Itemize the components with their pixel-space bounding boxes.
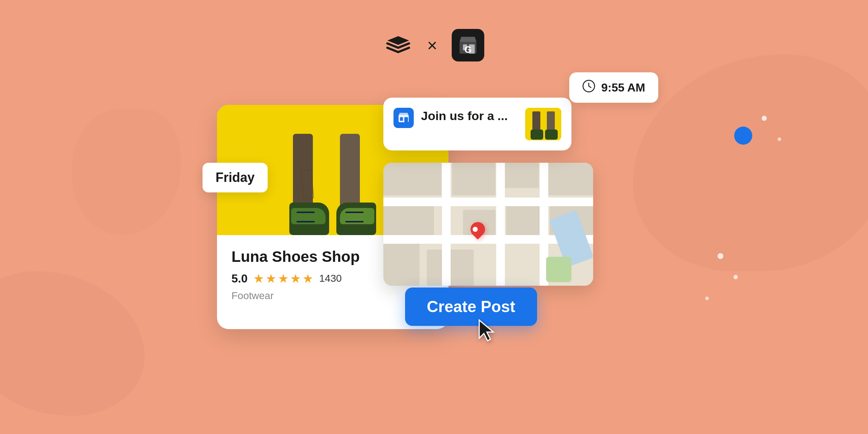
header-icons: × G (384, 29, 484, 61)
white-dot-6 (705, 297, 709, 300)
map-block-5 (383, 206, 434, 235)
white-dot-5 (733, 275, 738, 279)
buffer-logo (384, 31, 413, 60)
stars: ★ ★ ★ ★ ★ (253, 271, 313, 286)
left-shin (293, 134, 313, 206)
review-count: 1430 (319, 273, 341, 284)
map-block-1 (383, 163, 441, 195)
map-pin-dot (472, 226, 479, 233)
map-pin-head (468, 219, 488, 240)
map-card (383, 163, 593, 286)
blue-dot-decoration (734, 127, 752, 145)
white-dot-8 (778, 137, 781, 141)
star-5: ★ (302, 271, 313, 286)
right-shoe-laces (345, 212, 363, 222)
right-shoe (336, 203, 376, 235)
post-preview-text: Join us for a ... (421, 108, 518, 124)
map-block-6 (383, 242, 420, 286)
svg-rect-7 (400, 117, 403, 121)
gmb-logo: G (452, 29, 484, 61)
star-4: ★ (290, 271, 301, 286)
svg-rect-8 (404, 117, 408, 122)
map-green-area (546, 257, 571, 282)
road-h-1 (383, 197, 593, 206)
post-store-icon (393, 108, 414, 128)
road-v-2 (496, 163, 505, 286)
map-block-4 (546, 163, 593, 195)
white-dot-4 (718, 253, 723, 259)
map-pin (471, 222, 485, 237)
svg-text:G: G (464, 44, 472, 55)
star-2: ★ (265, 271, 276, 286)
bg-blob-left (0, 271, 145, 416)
cross-separator: × (427, 35, 437, 55)
time-badge: 9:55 AM (569, 72, 658, 103)
legs-illustration (275, 112, 391, 235)
star-3: ★ (278, 271, 289, 286)
map-block-2 (452, 163, 495, 195)
right-shin (340, 134, 360, 206)
left-shoe-laces (297, 212, 315, 222)
white-dot-7 (762, 116, 767, 121)
svg-rect-11 (531, 129, 543, 140)
create-post-button[interactable]: Create Post (405, 288, 537, 326)
tattoo-mark (301, 170, 314, 199)
map-block-3 (503, 163, 539, 188)
map-background (383, 163, 593, 286)
svg-rect-13 (545, 129, 558, 140)
friday-badge: Friday (203, 163, 268, 192)
mouse-cursor (477, 318, 499, 345)
right-leg (336, 134, 376, 235)
left-shoe (289, 203, 329, 235)
clock-icon (582, 80, 595, 95)
post-thumbnail (525, 108, 561, 140)
road-v-1 (442, 163, 451, 286)
star-1: ★ (253, 271, 264, 286)
rating-score: 5.0 (231, 272, 247, 285)
shop-category: Footwear (231, 290, 434, 302)
post-preview-card: Join us for a ... (383, 98, 571, 150)
main-content: 9:55 AM Friday (181, 90, 687, 380)
bg-blob-top-left (72, 109, 181, 235)
left-leg (289, 134, 329, 235)
time-value: 9:55 AM (601, 81, 645, 94)
